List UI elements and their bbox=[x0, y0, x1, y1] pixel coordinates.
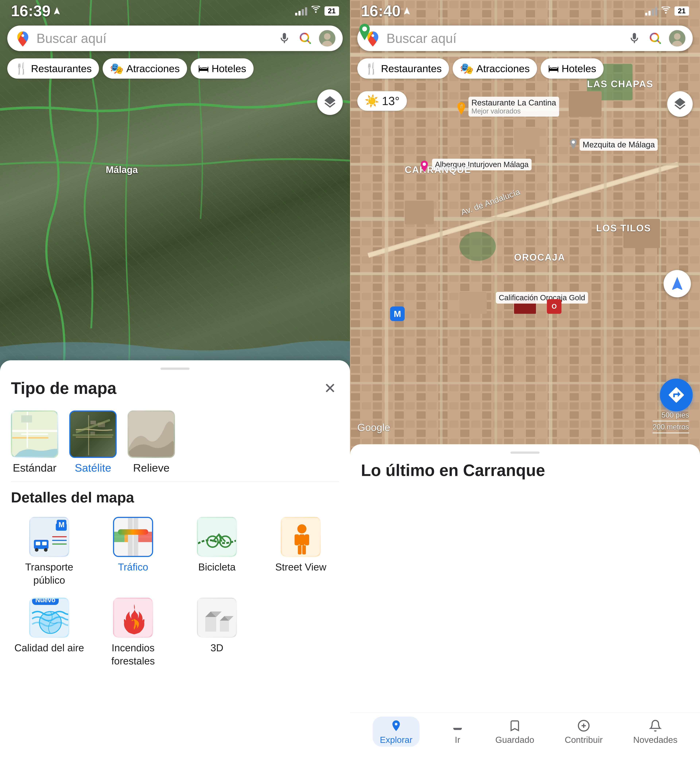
search-input-left[interactable]: Buscar aquí bbox=[36, 31, 272, 46]
left-map-bg bbox=[0, 0, 350, 383]
user-avatar-right[interactable] bbox=[669, 30, 686, 47]
battery-display-right: 21 bbox=[675, 6, 689, 16]
svg-text:M: M bbox=[59, 524, 63, 529]
poi-mezquita-marker bbox=[569, 139, 578, 151]
weather-chip: ☀️ 13° bbox=[357, 91, 407, 111]
search-input-right[interactable]: Buscar aquí bbox=[386, 31, 622, 46]
svg-point-77 bbox=[459, 232, 496, 261]
fire-thumb bbox=[113, 598, 153, 638]
lens-button-right[interactable] bbox=[647, 30, 664, 47]
search-bar-left[interactable]: Buscar aquí bbox=[7, 25, 343, 51]
orocaja-label: OROCAJA bbox=[514, 252, 565, 263]
detail-3d[interactable]: 3D bbox=[179, 598, 255, 667]
poi-cantina-label[interactable]: Restaurante La Cantina Mejor valorados bbox=[469, 97, 559, 117]
contribuir-icon bbox=[577, 719, 591, 733]
layers-button-left[interactable] bbox=[317, 89, 343, 115]
nav-item-novedades[interactable]: Novedades bbox=[633, 719, 677, 745]
attraction-icon-right: 🎭 bbox=[460, 62, 473, 75]
air-label: Calidad del aire bbox=[14, 641, 84, 655]
sheet-title: Tipo de mapa bbox=[11, 379, 116, 398]
detail-trafico[interactable]: Tráfico bbox=[95, 517, 171, 587]
detail-bicicleta[interactable]: Bicicleta bbox=[179, 517, 255, 587]
relief-thumb bbox=[128, 410, 175, 458]
right-panel: 16:40 21 bbox=[350, 0, 700, 758]
contribuir-label: Contribuir bbox=[565, 735, 603, 745]
poi-albergue-marker bbox=[419, 161, 429, 174]
scale-line-feet bbox=[653, 421, 689, 421]
detail-incendios[interactable]: Incendios forestales bbox=[95, 598, 171, 667]
svg-rect-14 bbox=[98, 423, 105, 427]
bicycle-thumb bbox=[197, 517, 237, 557]
svg-rect-82 bbox=[459, 292, 487, 314]
directions-button[interactable] bbox=[660, 379, 693, 411]
svg-point-40 bbox=[297, 524, 306, 533]
novedades-icon bbox=[648, 719, 662, 733]
detail-transporte[interactable]: M Transporte público bbox=[11, 517, 88, 587]
hotel-icon: 🛏 bbox=[198, 62, 209, 75]
filter-chips-right: 🍴 Restaurantes 🎭 Atracciones 🛏 Hoteles bbox=[357, 58, 603, 78]
close-button[interactable]: ✕ bbox=[321, 379, 339, 398]
svg-rect-25 bbox=[52, 536, 67, 537]
status-icons-right: 21 bbox=[645, 6, 689, 16]
mic-button-right[interactable] bbox=[627, 31, 642, 45]
svg-rect-36 bbox=[198, 518, 237, 557]
carranque-label: CARRANQUE bbox=[405, 164, 471, 175]
air-thumb: Nuevo bbox=[29, 598, 69, 638]
map-type-satelite[interactable]: Satélite bbox=[69, 410, 117, 474]
transport-label: Transporte público bbox=[11, 561, 88, 587]
nav-item-ir[interactable]: Ir bbox=[450, 719, 465, 745]
compass-button[interactable] bbox=[664, 270, 691, 298]
map-type-estandar[interactable]: Estándar bbox=[11, 410, 58, 474]
google-logo: Google bbox=[357, 421, 390, 433]
detail-calidad[interactable]: Nuevo Calidad del aire bbox=[11, 598, 88, 667]
map-type-sheet: Tipo de mapa ✕ Estándar bbox=[0, 360, 350, 758]
guardado-label: Guardado bbox=[495, 735, 534, 745]
traffic-thumb bbox=[113, 517, 153, 557]
svg-rect-79 bbox=[514, 128, 539, 150]
search-bar-right[interactable]: Buscar aquí bbox=[357, 25, 693, 51]
3d-thumb bbox=[197, 598, 237, 638]
mic-button-left[interactable] bbox=[277, 31, 292, 45]
chip-hoteles-left[interactable]: 🛏 Hoteles bbox=[191, 58, 253, 78]
svg-rect-13 bbox=[91, 421, 96, 424]
chip-atracciones-left[interactable]: 🎭 Atracciones bbox=[103, 58, 187, 78]
fire-label: Incendios forestales bbox=[95, 641, 171, 667]
chip-restaurantes-right[interactable]: 🍴 Restaurantes bbox=[357, 58, 449, 78]
lens-button-left[interactable] bbox=[297, 30, 314, 47]
svg-rect-10 bbox=[21, 415, 32, 423]
status-bar-right: 16:40 21 bbox=[350, 0, 700, 22]
nav-item-contribuir[interactable]: Contribuir bbox=[565, 719, 603, 745]
cantina-subtitle: Mejor valorados bbox=[472, 107, 556, 115]
chip-atracciones-right[interactable]: 🎭 Atracciones bbox=[453, 58, 537, 78]
guardado-icon bbox=[508, 719, 522, 733]
svg-rect-23 bbox=[56, 523, 67, 531]
map-details-grid: M Transporte público bbox=[11, 517, 339, 587]
wifi-icon bbox=[311, 6, 321, 16]
svg-rect-80 bbox=[405, 200, 434, 224]
nav-item-explorar[interactable]: Explorar bbox=[373, 717, 420, 747]
svg-point-21 bbox=[35, 548, 39, 552]
hotel-icon-right: 🛏 bbox=[548, 62, 559, 75]
restaurant-icon-right: 🍴 bbox=[364, 62, 378, 75]
3d-label: 3D bbox=[211, 641, 223, 655]
svg-point-84 bbox=[665, 12, 667, 14]
scale-line-meters bbox=[653, 432, 689, 433]
detail-streetview[interactable]: Street View bbox=[262, 517, 339, 587]
carranque-sheet-title: Lo último en Carranque bbox=[350, 461, 700, 480]
malaga-map-label: Málaga bbox=[106, 164, 138, 175]
svg-line-2 bbox=[308, 41, 310, 43]
layers-button-right[interactable] bbox=[667, 91, 693, 117]
explorar-active-bg: Explorar bbox=[373, 717, 420, 747]
details-section-title: Detalles del mapa bbox=[11, 489, 339, 506]
map-type-relieve[interactable]: Relieve bbox=[128, 410, 175, 474]
orocaja-poi-label[interactable]: Calificación Orocaja Gold bbox=[496, 292, 588, 304]
chip-restaurantes-left[interactable]: 🍴 Restaurantes bbox=[7, 58, 99, 78]
filter-chips-left: 🍴 Restaurantes 🎭 Atracciones 🛏 Hoteles bbox=[7, 58, 253, 78]
user-avatar-left[interactable] bbox=[319, 30, 336, 47]
las-chapas-label: LAS CHAPAS bbox=[587, 78, 653, 89]
svg-rect-78 bbox=[569, 91, 602, 117]
poi-mezquita-label[interactable]: Mezquita de Málaga bbox=[580, 139, 658, 151]
svg-rect-27 bbox=[52, 543, 67, 545]
chip-hoteles-right[interactable]: 🛏 Hoteles bbox=[541, 58, 603, 78]
nav-item-guardado[interactable]: Guardado bbox=[495, 719, 534, 745]
